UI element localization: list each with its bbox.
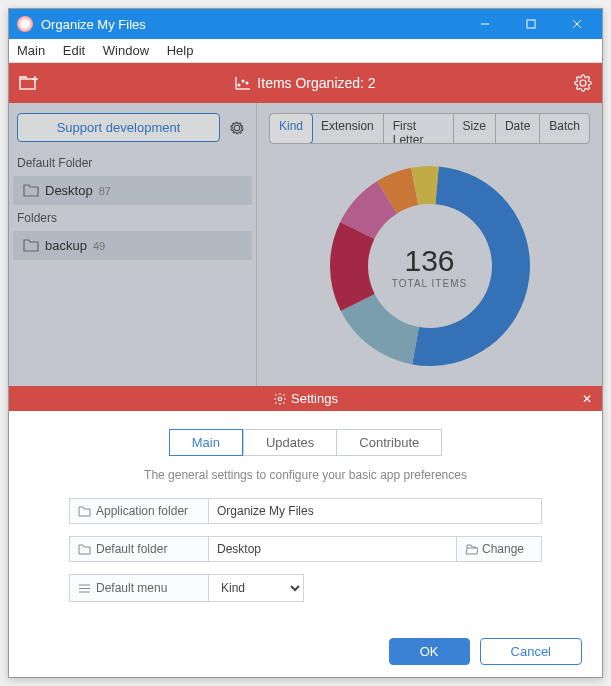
donut-chart: 136 TOTAL ITEMS <box>320 156 540 376</box>
folder-row-backup[interactable]: backup 49 <box>13 231 252 260</box>
tab-first-letter[interactable]: First Letter <box>384 114 454 143</box>
change-button[interactable]: Change <box>457 536 542 562</box>
content-area: Kind Extension First Letter Size Date Ba… <box>257 103 602 386</box>
view-tabs: Kind Extension First Letter Size Date Ba… <box>269 113 590 144</box>
tab-batch[interactable]: Batch <box>540 114 589 143</box>
menu-help[interactable]: Help <box>167 43 194 58</box>
svg-rect-1 <box>527 20 535 28</box>
tab-extension[interactable]: Extension <box>312 114 384 143</box>
value-application-folder: Organize My Files <box>209 498 542 524</box>
ok-button[interactable]: OK <box>389 638 470 665</box>
label-default-menu: Default menu <box>69 574 209 602</box>
group-label-default: Default Folder <box>9 152 256 174</box>
menu-main[interactable]: Main <box>17 43 45 58</box>
settings-close-icon[interactable]: ✕ <box>582 392 592 406</box>
tab-size[interactable]: Size <box>454 114 496 143</box>
list-icon <box>78 583 91 594</box>
support-development-button[interactable]: Support development <box>17 113 220 142</box>
minimize-button[interactable] <box>462 9 508 39</box>
label-default-folder: Default folder <box>69 536 209 562</box>
window-title: Organize My Files <box>41 17 462 32</box>
settings-tab-main[interactable]: Main <box>169 429 243 456</box>
action-buttons: OK Cancel <box>389 638 582 665</box>
tab-date[interactable]: Date <box>496 114 540 143</box>
cancel-button[interactable]: Cancel <box>480 638 582 665</box>
titlebar: Organize My Files <box>9 9 602 39</box>
value-default-folder[interactable]: Desktop <box>209 536 457 562</box>
menu-edit[interactable]: Edit <box>63 43 85 58</box>
menubar: Main Edit Window Help <box>9 39 602 63</box>
sidebar: Support development Default Folder Deskt… <box>9 103 257 386</box>
row-application-folder: Application folder Organize My Files <box>69 498 542 524</box>
donut-label: TOTAL ITEMS <box>392 278 467 289</box>
folder-count: 87 <box>99 185 111 197</box>
main-area: Support development Default Folder Deskt… <box>9 103 602 386</box>
close-button[interactable] <box>554 9 600 39</box>
status-text: Items Organized: 2 <box>257 75 375 91</box>
settings-tab-updates[interactable]: Updates <box>243 429 337 456</box>
sidebar-gear-icon[interactable] <box>226 117 248 139</box>
settings-title: Settings <box>291 391 338 406</box>
svg-point-9 <box>238 84 241 87</box>
folder-icon <box>78 506 91 517</box>
settings-gear-icon[interactable] <box>574 74 592 92</box>
settings-tab-contribute[interactable]: Contribute <box>337 429 442 456</box>
folder-icon <box>23 184 39 197</box>
settings-panel-header: Settings ✕ <box>9 386 602 411</box>
folder-open-icon <box>465 544 478 555</box>
menu-window[interactable]: Window <box>103 43 149 58</box>
donut-value: 136 <box>404 244 454 278</box>
gear-icon <box>273 392 287 406</box>
select-default-menu[interactable]: Kind <box>209 574 304 602</box>
add-folder-icon[interactable] <box>19 75 39 91</box>
svg-point-11 <box>246 82 249 85</box>
svg-point-10 <box>242 80 245 83</box>
folder-row-desktop[interactable]: Desktop 87 <box>13 176 252 205</box>
tab-kind[interactable]: Kind <box>269 113 313 144</box>
label-application-folder: Application folder <box>69 498 209 524</box>
folder-count: 49 <box>93 240 105 252</box>
app-icon <box>17 16 33 32</box>
settings-body: Main Updates Contribute The general sett… <box>9 411 602 641</box>
app-window: Organize My Files Main Edit Window Help … <box>8 8 603 678</box>
settings-tabs: Main Updates Contribute <box>69 429 542 456</box>
chart-icon <box>235 76 251 90</box>
maximize-button[interactable] <box>508 9 554 39</box>
svg-point-12 <box>278 397 282 401</box>
statusbar: Items Organized: 2 <box>9 63 602 103</box>
row-default-folder: Default folder Desktop Change <box>69 536 542 562</box>
folder-icon <box>23 239 39 252</box>
row-default-menu: Default menu Kind <box>69 574 542 602</box>
folder-name: Desktop <box>45 183 93 198</box>
folder-name: backup <box>45 238 87 253</box>
group-label-folders: Folders <box>9 207 256 229</box>
folder-icon <box>78 544 91 555</box>
settings-description: The general settings to configure your b… <box>69 468 542 482</box>
svg-rect-4 <box>20 79 35 89</box>
